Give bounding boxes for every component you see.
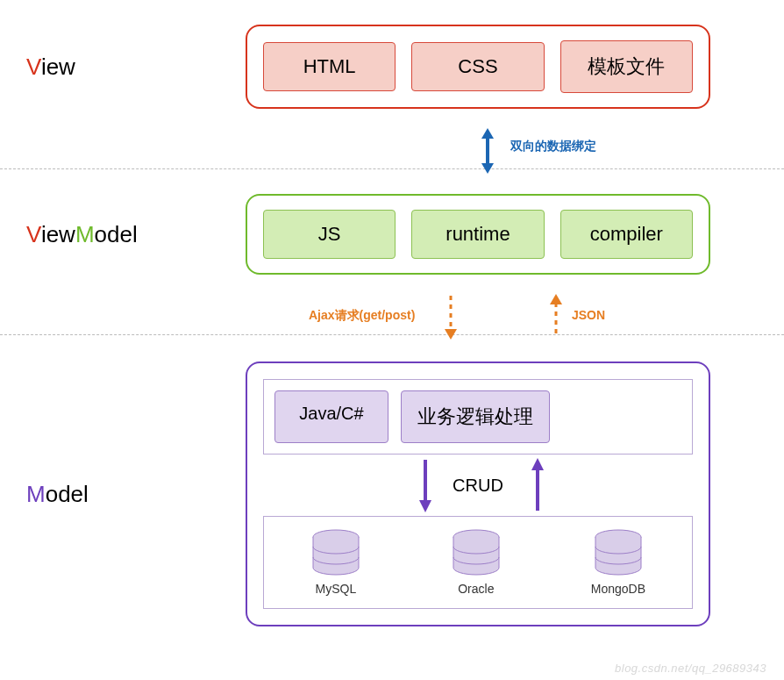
model-label: Model [26,481,246,508]
svg-marker-10 [531,458,544,470]
vm-card-compiler: compiler [560,210,693,259]
vm-label-mid2: odel [95,221,138,247]
database-icon [451,529,502,576]
crud-down-arrow-icon [419,458,431,512]
view-card-html: HTML [263,42,396,91]
json-label: JSON [572,308,605,322]
svg-marker-1 [481,128,494,139]
crud-up-arrow-icon [531,458,544,512]
model-card-logic: 业务逻辑处理 [401,390,550,443]
ajax-arrow-icon [443,294,459,340]
vm-label-cap1: V [26,221,41,247]
db-mysql-label: MySQL [316,582,357,596]
svg-marker-4 [445,329,457,340]
ajax-label: Ajax请求(get/post) [309,308,415,324]
view-label-cap: V [26,54,41,80]
vm-card-js: JS [263,210,396,259]
vm-label-accent: M [75,221,95,247]
database-icon [310,529,361,576]
view-vm-arrow-zone: 双向的数据绑定 [0,133,784,168]
model-card-lang: Java/C# [274,390,388,443]
crud-arrow-zone: CRUD [263,455,693,516]
svg-marker-6 [550,294,562,304]
viewmodel-section: ViewModel JS runtime compiler [0,169,784,299]
svg-marker-2 [481,163,494,174]
db-mysql: MySQL [310,529,361,596]
model-label-rest: odel [46,481,89,507]
model-logic-box: Java/C# 业务逻辑处理 [263,379,693,455]
database-icon [593,529,644,576]
watermark-text: blog.csdn.net/qq_29689343 [615,662,766,675]
json-arrow-icon [548,294,564,340]
model-section: Model Java/C# 业务逻辑处理 CRUD [0,335,784,653]
db-oracle-label: Oracle [458,582,494,596]
two-way-binding-arrow-icon [479,128,496,174]
model-layer-box: Java/C# 业务逻辑处理 CRUD [246,361,710,626]
db-oracle: Oracle [451,529,502,596]
svg-marker-8 [419,500,431,512]
two-way-binding-label: 双向的数据绑定 [510,139,596,154]
crud-label: CRUD [453,476,503,496]
model-label-cap: M [26,481,46,507]
vm-model-arrow-zone: Ajax请求(get/post) JSON [0,299,784,334]
db-mongodb: MongoDB [591,529,645,596]
vm-label-mid1: iew [41,221,75,247]
vm-card-runtime: runtime [411,210,544,259]
view-layer-box: HTML CSS 模板文件 [246,25,710,109]
viewmodel-label: ViewModel [26,221,246,248]
view-card-css: CSS [411,42,544,91]
db-mongodb-label: MongoDB [591,582,645,596]
view-label-rest: iew [41,54,75,80]
model-db-box: MySQL Oracle [263,516,693,609]
view-section: View HTML CSS 模板文件 [0,0,784,133]
viewmodel-layer-box: JS runtime compiler [246,194,710,275]
view-card-template: 模板文件 [560,40,693,93]
view-label: View [26,54,246,81]
